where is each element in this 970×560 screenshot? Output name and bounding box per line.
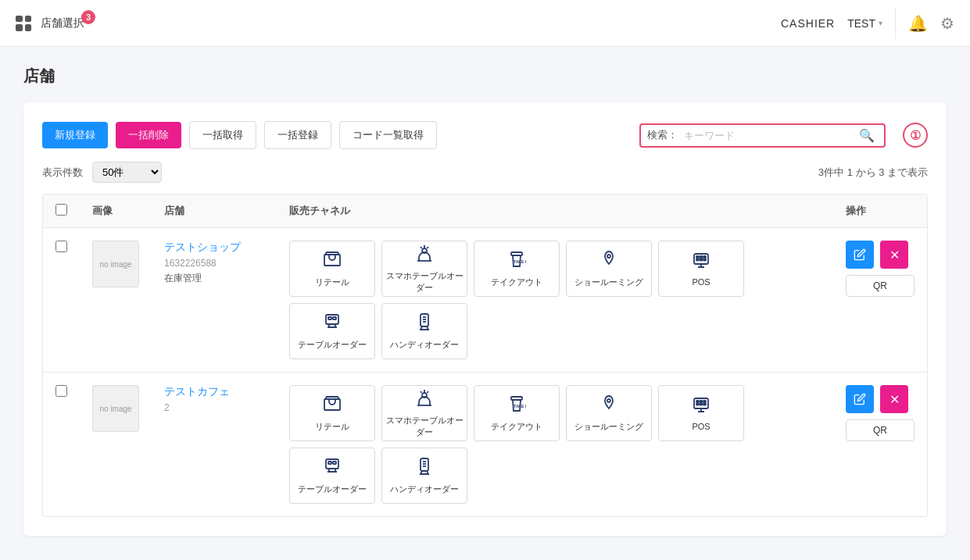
channel-grid-1: リテールスマホテーブルオーダーTAKE OUTテイクアウトショールーミングPOS… [289, 385, 821, 504]
search-button[interactable]: 🔍 [856, 128, 878, 143]
edit-button-0[interactable] [846, 241, 874, 269]
channel-btn-0-5[interactable]: テーブルオーダー [289, 303, 375, 359]
channel-btn-0-6[interactable]: ハンディオーダー [381, 303, 467, 359]
svg-text:TAKE OUT: TAKE OUT [514, 404, 526, 408]
search-box: 検索： 🔍 [639, 123, 886, 148]
channel-icon-1-5 [323, 457, 342, 480]
channel-btn-0-3[interactable]: ショールーミング [566, 241, 652, 297]
svg-rect-11 [700, 259, 703, 261]
channel-icon-0-5 [323, 312, 342, 336]
table-row: no image テストショップ 1632226588 在庫管理 リテールスマホ… [43, 228, 927, 373]
channel-btn-1-4[interactable]: POS [658, 385, 744, 441]
channel-btn-0-4[interactable]: POS [658, 241, 744, 297]
table-header-row: 画像 店舗 販売チャネル 操作 [43, 194, 927, 228]
row-checkbox-1[interactable] [55, 385, 67, 397]
store-tag-0: 在庫管理 [164, 272, 264, 285]
channel-btn-1-1[interactable]: スマホテーブルオーダー [381, 385, 467, 441]
channel-label-0-0: リテール [315, 276, 349, 288]
channel-icon-0-2: TAKE OUT [507, 250, 526, 273]
settings-icon[interactable]: ⚙ [940, 14, 954, 33]
svg-rect-9 [703, 256, 706, 258]
user-label: TEST [847, 17, 875, 30]
row-checkbox-0[interactable] [55, 241, 67, 252]
per-page-select[interactable]: 10件 20件 50件 100件 [92, 162, 162, 183]
chevron-down-icon: ▾ [879, 19, 882, 27]
select-all-checkbox[interactable] [55, 204, 67, 216]
ops-buttons-1: ✕ QR [846, 385, 915, 441]
channel-label-0-3: ショールーミング [574, 276, 643, 288]
header-divider [895, 8, 896, 39]
svg-rect-12 [703, 259, 706, 261]
channel-btn-0-0[interactable]: リテール [289, 241, 375, 297]
header-image: 画像 [80, 194, 152, 228]
store-select-label: 店舗選択 [41, 16, 84, 29]
svg-rect-28 [700, 401, 703, 402]
per-page-label: 表示件数 [42, 166, 83, 180]
svg-rect-30 [696, 404, 699, 405]
cashier-label: CASHIER [781, 17, 835, 30]
result-count: 3件中 1 から 3 まで表示 [818, 166, 928, 180]
channel-icon-0-1 [415, 244, 434, 267]
svg-rect-32 [703, 404, 706, 405]
ops-row-1: ✕ [846, 385, 915, 413]
channel-label-1-0: リテール [315, 421, 349, 433]
table-row: no image テストカフェ 2 リテールスマホテーブルオーダーTAKE OU… [43, 373, 927, 517]
channel-icon-1-0 [323, 394, 342, 418]
channel-icon-0-4 [692, 251, 710, 274]
new-register-button[interactable]: 新規登録 [42, 122, 108, 148]
channel-btn-1-6[interactable]: ハンディオーダー [381, 448, 467, 504]
channel-btn-1-5[interactable]: テーブルオーダー [289, 448, 375, 504]
svg-point-5 [607, 255, 610, 258]
grid-icon[interactable] [16, 16, 31, 31]
channel-icon-1-2: TAKE OUT [507, 394, 526, 418]
svg-rect-27 [696, 401, 699, 402]
delete-button-0[interactable]: ✕ [880, 241, 908, 269]
store-name-0[interactable]: テストショップ [164, 241, 264, 255]
search-input[interactable] [684, 125, 856, 146]
svg-point-25 [607, 399, 610, 402]
bulk-get-button[interactable]: 一括取得 [189, 121, 256, 149]
no-image-1: no image [92, 385, 139, 432]
channel-icon-1-1 [415, 388, 434, 412]
header-left: 店舗選択 3 [16, 16, 84, 31]
header-right: CASHIER TEST ▾ 🔔 ⚙ [781, 8, 954, 39]
header-channel: 販売チャネル [277, 194, 833, 228]
svg-rect-23 [511, 397, 522, 400]
svg-rect-7 [696, 256, 699, 258]
channel-btn-0-2[interactable]: TAKE OUTテイクアウト [474, 241, 560, 297]
page-title: 店舗 [23, 66, 947, 87]
channel-btn-0-1[interactable]: スマホテーブルオーダー [381, 241, 467, 297]
ops-buttons-0: ✕ QR [846, 241, 915, 297]
channel-btn-1-2[interactable]: TAKE OUTテイクアウト [474, 385, 560, 441]
svg-rect-31 [700, 404, 703, 405]
edit-button-1[interactable] [846, 385, 874, 413]
qr-button-0[interactable]: QR [846, 275, 915, 297]
bulk-register-button[interactable]: 一括登録 [264, 121, 331, 149]
channel-label-0-2: テイクアウト [491, 276, 542, 288]
header-ops: 操作 [833, 194, 927, 228]
store-select[interactable]: 店舗選択 3 [41, 16, 84, 30]
channel-label-0-5: テーブルオーダー [298, 339, 367, 351]
toolbar: 新規登録 一括削除 一括取得 一括登録 コード一覧取得 検索： 🔍 ① [42, 121, 928, 149]
channel-label-0-6: ハンディオーダー [390, 339, 459, 351]
user-dropdown[interactable]: TEST ▾ [847, 17, 882, 30]
channel-label-1-6: ハンディオーダー [390, 483, 459, 495]
channel-btn-1-3[interactable]: ショールーミング [566, 385, 652, 441]
circle-number: ① [903, 123, 928, 148]
channel-label-1-3: ショールーミング [574, 421, 643, 433]
qr-button-1[interactable]: QR [846, 419, 915, 441]
channel-grid-0: リテールスマホテーブルオーダーTAKE OUTテイクアウトショールーミングPOS… [289, 241, 821, 359]
svg-rect-16 [421, 314, 428, 326]
channel-label-0-4: POS [692, 277, 710, 287]
store-badge: 3 [81, 10, 95, 24]
notification-icon[interactable]: 🔔 [908, 14, 928, 33]
delete-button-1[interactable]: ✕ [880, 385, 908, 413]
channel-btn-1-0[interactable]: リテール [289, 385, 375, 441]
channel-label-0-1: スマホテーブルオーダー [382, 270, 467, 294]
code-list-button[interactable]: コード一覧取得 [339, 121, 437, 149]
channel-label-1-1: スマホテーブルオーダー [382, 415, 467, 438]
channel-icon-1-3 [600, 394, 618, 418]
main-card: 新規登録 一括削除 一括取得 一括登録 コード一覧取得 検索： 🔍 ① 表示件数… [23, 102, 947, 536]
bulk-delete-button[interactable]: 一括削除 [116, 122, 181, 148]
store-name-1[interactable]: テストカフェ [164, 385, 264, 399]
